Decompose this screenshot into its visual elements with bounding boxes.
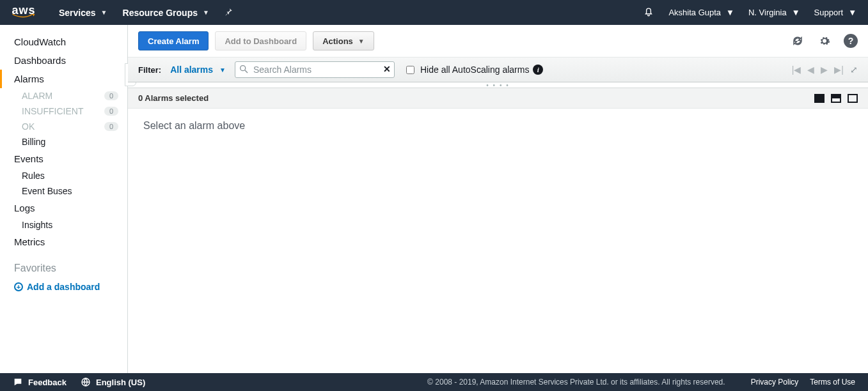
region-label: N. Virginia <box>748 8 787 17</box>
region-menu[interactable]: N. Virginia ▼ <box>748 8 800 17</box>
add-to-dashboard-button: Add to Dashboard <box>215 31 306 50</box>
settings-button[interactable] <box>817 33 832 49</box>
actions-menu-button[interactable]: Actions ▼ <box>313 31 374 50</box>
hide-autoscaling-label: Hide all AutoScaling alarms <box>420 65 529 75</box>
caret-down-icon: ▼ <box>101 9 107 16</box>
help-button[interactable]: ? <box>844 34 858 48</box>
search-icon <box>239 64 249 76</box>
sidebar-item-label: Logs <box>14 203 35 213</box>
sidebar-sub-billing[interactable]: Billing <box>0 134 127 150</box>
support-menu[interactable]: Support ▼ <box>814 8 856 17</box>
sidebar-item-events[interactable]: Events <box>0 150 127 168</box>
resource-groups-label: Resource Groups <box>123 8 198 18</box>
search-input[interactable] <box>235 61 395 78</box>
refresh-icon <box>792 35 803 47</box>
language-selector[interactable]: English (US) <box>81 377 145 387</box>
sidebar-sub-label: Event Buses <box>22 186 72 196</box>
refresh-button[interactable] <box>790 33 805 49</box>
pager-last-button[interactable]: ▶| <box>834 65 844 75</box>
svg-point-0 <box>241 66 246 71</box>
account-label: Akshita Gupta <box>668 8 721 17</box>
caret-down-icon: ▼ <box>219 66 226 73</box>
plus-circle-icon: + <box>14 282 23 291</box>
services-label: Services <box>59 8 96 18</box>
count-badge: 0 <box>104 122 118 131</box>
filter-dropdown[interactable]: All alarms ▼ <box>170 65 226 75</box>
pager-first-button[interactable]: |◀ <box>792 65 801 75</box>
terms-link[interactable]: Terms of Use <box>810 378 855 387</box>
selection-bar: 0 Alarms selected <box>128 88 868 109</box>
info-icon[interactable]: i <box>533 65 543 75</box>
copyright-text: © 2008 - 2019, Amazon Internet Services … <box>427 378 725 387</box>
view-toggle-split[interactable] <box>831 94 841 103</box>
add-dashboard-link[interactable]: + Add a dashboard <box>0 279 127 295</box>
feedback-label: Feedback <box>28 378 67 387</box>
sidebar-sub-rules[interactable]: Rules <box>0 168 127 183</box>
account-menu[interactable]: Akshita Gupta ▼ <box>668 8 734 17</box>
aws-logo[interactable]: aws <box>12 6 36 20</box>
search-wrap: ✕ <box>235 61 395 78</box>
hide-autoscaling-checkbox[interactable] <box>406 66 414 74</box>
caret-down-icon: ▼ <box>726 8 734 17</box>
feedback-link[interactable]: Feedback <box>13 377 67 387</box>
sidebar-item-cloudwatch[interactable]: CloudWatch <box>0 33 127 51</box>
sidebar-sub-label: ALARM <box>22 91 52 101</box>
count-badge: 0 <box>104 107 118 116</box>
button-label: Create Alarm <box>148 36 199 46</box>
sidebar-item-logs[interactable]: Logs <box>0 199 127 217</box>
footer: Feedback English (US) © 2008 - 2019, Ama… <box>0 373 868 391</box>
support-label: Support <box>814 8 844 17</box>
topbar: aws Services ▼ Resource Groups ▼ Akshita… <box>0 0 868 25</box>
sidebar-sub-insights[interactable]: Insights <box>0 217 127 233</box>
view-toggle-full[interactable] <box>848 94 858 103</box>
sidebar-item-metrics[interactable]: Metrics <box>0 233 127 251</box>
caret-down-icon: ▼ <box>203 9 209 16</box>
button-label: Actions <box>322 36 353 46</box>
sidebar-sub-alarm[interactable]: ALARM 0 <box>0 88 127 103</box>
filter-value: All alarms <box>170 65 213 75</box>
services-menu[interactable]: Services ▼ <box>59 8 107 18</box>
sidebar-item-label: Alarms <box>14 73 44 84</box>
filter-bar: Filter: All alarms ▼ ✕ Hide all AutoScal… <box>128 57 868 82</box>
create-alarm-button[interactable]: Create Alarm <box>138 31 209 50</box>
sidebar-sub-label: OK <box>22 121 35 132</box>
aws-smile-icon <box>12 13 36 20</box>
chat-icon <box>13 377 23 387</box>
favorites-heading: Favorites <box>0 251 127 279</box>
caret-down-icon: ▼ <box>792 8 800 17</box>
sidebar-sub-insufficient[interactable]: INSUFFICIENT 0 <box>0 103 127 119</box>
grip-dots-icon: • • • • <box>486 82 509 88</box>
content: Create Alarm Add to Dashboard Actions ▼ … <box>128 25 868 373</box>
button-label: Add to Dashboard <box>225 36 297 46</box>
clear-search-icon[interactable]: ✕ <box>383 64 391 74</box>
resize-grip[interactable]: • • • • <box>128 82 868 88</box>
view-toggle-bottom[interactable] <box>814 94 825 103</box>
selection-count: 0 Alarms selected <box>138 93 209 103</box>
sidebar-sub-label: Insights <box>22 220 52 230</box>
toolbar: Create Alarm Add to Dashboard Actions ▼ … <box>128 25 868 57</box>
detail-placeholder: Select an alarm above <box>128 109 868 143</box>
bell-icon <box>643 6 654 20</box>
sidebar-item-label: CloudWatch <box>14 36 66 47</box>
hide-autoscaling-checkbox-wrap[interactable]: Hide all AutoScaling alarms i <box>404 64 543 76</box>
resource-groups-menu[interactable]: Resource Groups ▼ <box>123 8 209 18</box>
add-dashboard-label: Add a dashboard <box>27 282 100 292</box>
sidebar-item-dashboards[interactable]: Dashboards <box>0 51 127 70</box>
sidebar-item-alarms[interactable]: Alarms <box>0 70 127 88</box>
sidebar-item-label: Metrics <box>14 236 45 247</box>
pager-prev-button[interactable]: ◀ <box>807 65 814 75</box>
pager: |◀ ◀ ▶ ▶| ⤢ <box>792 65 858 75</box>
notifications-icon[interactable] <box>643 6 654 20</box>
sidebar-sub-ok[interactable]: OK 0 <box>0 119 127 134</box>
globe-icon <box>81 377 91 387</box>
svg-line-1 <box>245 70 248 73</box>
sidebar-item-label: Dashboards <box>14 55 66 66</box>
pager-next-button[interactable]: ▶ <box>821 65 828 75</box>
expand-icon[interactable]: ⤢ <box>850 65 858 75</box>
privacy-link[interactable]: Privacy Policy <box>751 378 799 387</box>
pin-icon[interactable] <box>225 7 233 18</box>
sidebar-sub-event-buses[interactable]: Event Buses <box>0 183 127 199</box>
sidebar: ◀ CloudWatch Dashboards Alarms ALARM 0 I… <box>0 25 128 373</box>
caret-down-icon: ▼ <box>358 38 365 45</box>
sidebar-item-label: Events <box>14 153 43 164</box>
